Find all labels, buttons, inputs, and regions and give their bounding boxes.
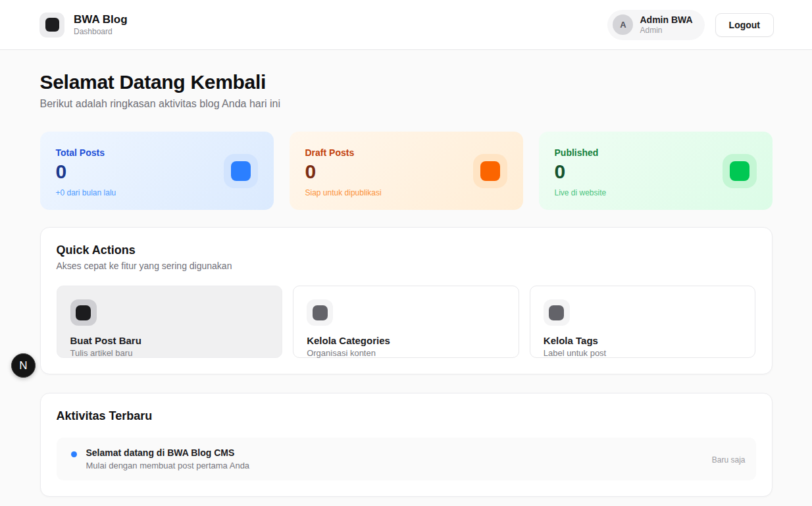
quick-action-manage-tags[interactable]: Kelola Tags Label untuk post (530, 286, 756, 358)
quick-actions-title: Quick Actions (57, 243, 756, 257)
user-chip: A Admin BWA Admin (607, 10, 704, 40)
draft-posts-iconbox (473, 154, 507, 188)
app-title: BWA Blog (74, 13, 128, 26)
stat-card-total-posts: Total Posts 0 +0 dari bulan lalu (40, 132, 274, 210)
quick-actions-subtitle: Akses cepat ke fitur yang sering digunak… (57, 261, 756, 271)
create-post-iconbox (70, 299, 97, 326)
user-info: Admin BWA Admin (640, 14, 692, 36)
avatar: A (613, 14, 633, 35)
activity-body: Selamat datang di BWA Blog CMS Mulai den… (86, 447, 712, 470)
activity-subtitle: Mulai dengan membuat post pertama Anda (86, 461, 712, 470)
quick-action-subtitle: Tulis artikel baru (70, 348, 269, 358)
quick-action-title: Kelola Categories (307, 335, 505, 346)
quick-actions-panel: Quick Actions Akses cepat ke fitur yang … (40, 227, 773, 374)
header-right: A Admin BWA Admin Logout (607, 10, 774, 40)
quick-action-create-post[interactable]: Buat Post Baru Tulis artikel baru (57, 286, 283, 358)
activity-row: Selamat datang di BWA Blog CMS Mulai den… (57, 438, 756, 480)
quick-actions-grid: Buat Post Baru Tulis artikel baru Kelola… (57, 286, 756, 358)
quick-action-subtitle: Label untuk post (544, 348, 742, 358)
categories-icon (313, 305, 328, 320)
posts-icon (231, 161, 251, 181)
stat-card-published: Published 0 Live di website (539, 132, 773, 210)
total-posts-iconbox (224, 154, 258, 188)
published-iconbox (723, 154, 757, 188)
stat-note: +0 dari bulan lalu (56, 188, 258, 197)
user-name: Admin BWA (640, 14, 692, 26)
activity-timestamp: Baru saja (712, 455, 746, 465)
nextjs-devtools-button[interactable]: N (11, 353, 36, 378)
app-header: BWA Blog Dashboard A Admin BWA Admin Log… (0, 0, 812, 50)
quick-action-title: Kelola Tags (544, 335, 742, 346)
activity-dot-icon (71, 451, 77, 457)
app-logo-icon (39, 13, 64, 38)
tags-iconbox (544, 299, 570, 326)
app-subtitle: Dashboard (74, 27, 128, 36)
quick-action-title: Buat Post Baru (70, 335, 269, 346)
user-role: Admin (640, 26, 692, 35)
quick-action-subtitle: Organisasi konten (307, 348, 505, 358)
stat-card-draft-posts: Draft Posts 0 Siap untuk dipublikasi (290, 132, 523, 210)
main-content: Selamat Datang Kembali Berikut adalah ri… (40, 50, 773, 497)
recent-activity-title: Aktivitas Terbaru (57, 409, 756, 423)
stats-row: Total Posts 0 +0 dari bulan lalu Draft P… (40, 132, 773, 210)
activity-title: Selamat datang di BWA Blog CMS (86, 447, 712, 458)
brand: BWA Blog Dashboard (39, 13, 128, 38)
logo-square-glyph (45, 18, 59, 32)
draft-icon (480, 161, 500, 181)
new-post-icon (76, 305, 91, 320)
tags-icon (549, 305, 564, 320)
page-subtitle: Berikut adalah ringkasan aktivitas blog … (40, 98, 773, 110)
quick-action-manage-categories[interactable]: Kelola Categories Organisasi konten (293, 286, 519, 358)
brand-text: BWA Blog Dashboard (74, 13, 128, 36)
published-icon (730, 161, 749, 181)
page-title: Selamat Datang Kembali (40, 71, 773, 93)
stat-note: Siap untuk dipublikasi (305, 188, 507, 197)
categories-iconbox (307, 299, 333, 326)
stat-note: Live di website (555, 188, 757, 197)
logout-button[interactable]: Logout (715, 13, 774, 37)
recent-activity-panel: Aktivitas Terbaru Selamat datang di BWA … (40, 393, 773, 497)
